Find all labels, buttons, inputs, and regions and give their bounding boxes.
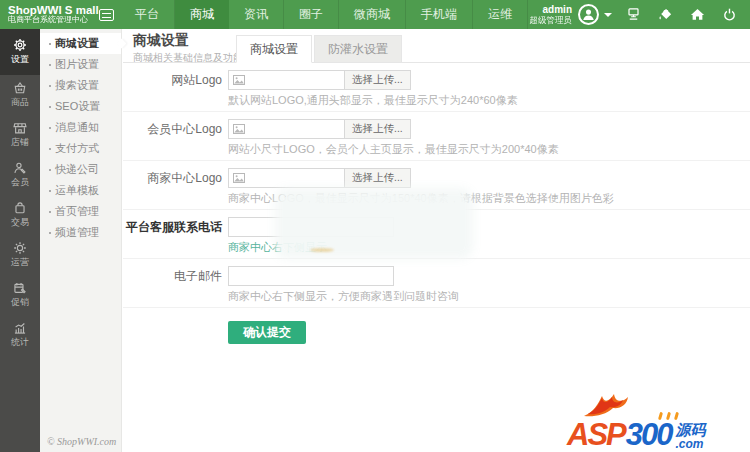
field-label: 平台客服联系电话 <box>123 217 222 254</box>
email-input[interactable] <box>228 266 394 286</box>
top-nav: 平台商城资讯圈子微商城手机端运维 <box>120 0 528 29</box>
field-label: 电子邮件 <box>123 266 222 303</box>
settings-form: 网站Logo选择上传...默认网站LOGO,通用头部显示，最佳显示尺寸为240*… <box>123 63 750 308</box>
nav-item-4[interactable]: 圈子 <box>284 0 339 29</box>
nav-item-6[interactable]: 手机端 <box>406 0 473 29</box>
home-icon[interactable] <box>690 7 705 22</box>
page-subtitle: 商城相关基础信息及功能设置选项 <box>133 51 750 65</box>
image-placeholder-icon <box>233 173 245 183</box>
member-icon <box>13 161 27 175</box>
avatar <box>578 4 599 25</box>
user-role: 超级管理员 <box>530 15 573 25</box>
site-logo-input[interactable] <box>228 70 345 90</box>
goods-icon <box>13 81 27 95</box>
field-label: 会员中心Logo <box>123 119 222 156</box>
sidebar-item-goods[interactable]: 商品 <box>0 75 40 115</box>
submit-button[interactable]: 确认提交 <box>228 321 306 344</box>
site-logo-upload-button[interactable]: 选择上传... <box>345 70 411 90</box>
service-phone-input[interactable] <box>228 217 394 237</box>
sidebar-item-label: 促销 <box>11 296 29 309</box>
sidebar-item-operate[interactable]: 运营 <box>0 235 40 275</box>
field-help: 商家中心LOGO，最佳显示尺寸为150*40像素，请根据背景色选择使用图片色彩 <box>228 192 614 205</box>
sidebar-item-label: 店铺 <box>11 136 29 149</box>
form-row-email: 电子邮件商家中心右下侧显示，方便商家遇到问题时咨询 <box>123 259 750 308</box>
field-help: 默认网站LOGO,通用头部显示，最佳显示尺寸为240*60像素 <box>228 94 518 107</box>
form-row-site-logo: 网站Logo选择上传...默认网站LOGO,通用头部显示，最佳显示尺寸为240*… <box>123 63 750 112</box>
submenu-item-8[interactable]: 运单模板 <box>40 180 121 201</box>
nav-item-7[interactable]: 运维 <box>473 0 528 29</box>
field-label: 网站Logo <box>123 70 222 107</box>
tab-mall-settings[interactable]: 商城设置 <box>236 35 312 63</box>
submenu-item-9[interactable]: 首页管理 <box>40 201 121 222</box>
user-area: admin 超级管理员 <box>530 4 750 25</box>
power-icon[interactable] <box>722 7 737 22</box>
nav-item-1[interactable]: 平台 <box>120 0 175 29</box>
submenu-panel: 商城设置图片设置搜索设置SEO设置消息通知支付方式快递公司运单模板首页管理频道管… <box>40 29 122 452</box>
field-help: 网站小尺寸LOGO，会员个人主页显示，最佳显示尺寸为200*40像素 <box>228 143 559 156</box>
field-help: 商家中心右下侧显示，方便商家遇到问题时咨询 <box>228 290 459 303</box>
nav-item-5[interactable]: 微商城 <box>339 0 406 29</box>
sidebar-item-promotion[interactable]: 促销 <box>0 275 40 315</box>
seller-center-logo-upload-button[interactable]: 选择上传... <box>345 168 411 188</box>
copyright-text: © ShopWWI.com <box>47 436 116 447</box>
sidebar-item-store[interactable]: 店铺 <box>0 115 40 155</box>
gear-icon <box>13 38 27 52</box>
content-header: 商城设置 商城相关基础信息及功能设置选项 商城设置 防灌水设置 <box>123 29 750 63</box>
seller-center-logo-input[interactable] <box>228 168 345 188</box>
brand-logo[interactable]: ShopWWI S mall 电商平台系统管理中心 <box>0 4 97 24</box>
topbar: ShopWWI S mall 电商平台系统管理中心 平台商城资讯圈子微商城手机端… <box>0 0 750 29</box>
field-label: 商家中心Logo <box>123 168 222 205</box>
paint-bucket-icon[interactable] <box>658 7 673 22</box>
user-text: admin 超级管理员 <box>530 4 573 25</box>
tabs: 商城设置 防灌水设置 <box>236 35 404 63</box>
sidebar-item-label: 商品 <box>11 96 29 109</box>
promotion-icon <box>13 281 27 295</box>
submenu-item-6[interactable]: 支付方式 <box>40 138 121 159</box>
submenu-list: 商城设置图片设置搜索设置SEO设置消息通知支付方式快递公司运单模板首页管理频道管… <box>40 29 121 243</box>
sidebar-item-label: 设置 <box>11 53 29 66</box>
topbar-icon-group <box>626 7 737 22</box>
submenu-item-10[interactable]: 频道管理 <box>40 222 121 243</box>
sidebar-item-label: 运营 <box>11 256 29 269</box>
submenu-item-1[interactable]: 商城设置 <box>40 33 121 54</box>
user-menu[interactable]: admin 超级管理员 <box>530 4 619 25</box>
sidebar-item-label: 统计 <box>11 336 29 349</box>
sidebar-item-stats[interactable]: 统计 <box>0 315 40 355</box>
form-row-seller-center-logo: 商家中心Logo选择上传...商家中心LOGO，最佳显示尺寸为150*40像素，… <box>123 161 750 210</box>
user-name: admin <box>530 4 573 15</box>
member-center-logo-input[interactable] <box>228 119 345 139</box>
sidebar-item-gear[interactable]: 设置 <box>0 29 40 75</box>
submenu-item-4[interactable]: SEO设置 <box>40 96 121 117</box>
sidebar-item-trade[interactable]: 交易 <box>0 195 40 235</box>
page-title: 商城设置 <box>133 29 750 50</box>
member-center-logo-upload-button[interactable]: 选择上传... <box>345 119 411 139</box>
sidebar-item-label: 交易 <box>11 216 29 229</box>
main-content: 商城设置 商城相关基础信息及功能设置选项 商城设置 防灌水设置 网站Logo选择… <box>123 29 750 452</box>
sidebar: 设置商品店铺会员交易运营促销统计 <box>0 29 40 452</box>
tab-antiflood-settings[interactable]: 防灌水设置 <box>314 35 402 63</box>
submenu-item-5[interactable]: 消息通知 <box>40 117 121 138</box>
submenu-item-3[interactable]: 搜索设置 <box>40 75 121 96</box>
field-help: 商家中心右下侧显示 <box>228 241 394 254</box>
store-icon <box>13 121 27 135</box>
nav-item-3[interactable]: 资讯 <box>229 0 284 29</box>
sidebar-item-member[interactable]: 会员 <box>0 155 40 195</box>
image-placeholder-icon <box>233 75 245 85</box>
form-row-service-phone: 平台客服联系电话商家中心右下侧显示 <box>123 210 750 259</box>
form-row-member-center-logo: 会员中心Logo选择上传...网站小尺寸LOGO，会员个人主页显示，最佳显示尺寸… <box>123 112 750 161</box>
chevron-down-icon <box>604 13 612 21</box>
stats-icon <box>13 321 27 335</box>
workstation-icon[interactable] <box>626 7 641 22</box>
trade-icon <box>13 201 27 215</box>
image-placeholder-icon <box>233 124 245 134</box>
operate-icon <box>13 241 27 255</box>
sidebar-item-label: 会员 <box>11 176 29 189</box>
submenu-item-7[interactable]: 快递公司 <box>40 159 121 180</box>
submenu-item-2[interactable]: 图片设置 <box>40 54 121 75</box>
brand-subtitle: 电商平台系统管理中心 <box>8 16 97 24</box>
submit-row: 确认提交 <box>123 308 750 344</box>
admin-window: ShopWWI S mall 电商平台系统管理中心 平台商城资讯圈子微商城手机端… <box>0 0 750 452</box>
menu-toggle-icon[interactable] <box>99 9 114 21</box>
nav-item-2[interactable]: 商城 <box>175 0 229 29</box>
